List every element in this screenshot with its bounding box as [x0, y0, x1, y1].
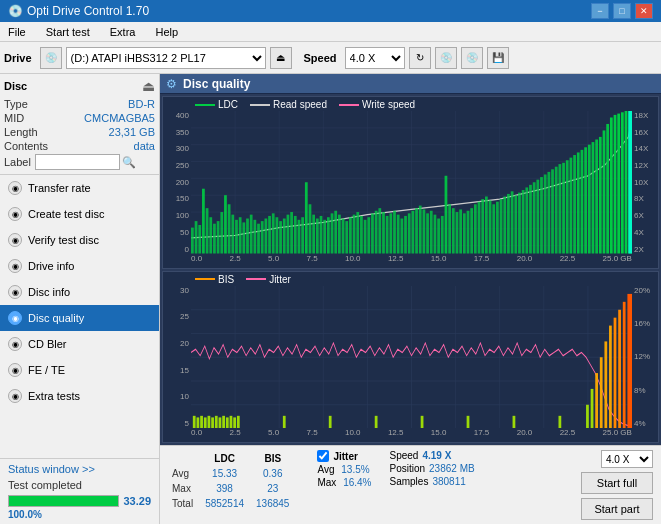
svg-rect-110: [533, 182, 536, 253]
legend-ldc-color: [195, 104, 215, 106]
eject-button[interactable]: ⏏: [270, 47, 292, 69]
legend-ldc-label: LDC: [218, 99, 238, 110]
svg-rect-175: [600, 357, 603, 428]
menu-help[interactable]: Help: [151, 25, 182, 39]
disc-label-key: Label: [4, 156, 31, 168]
svg-rect-118: [562, 163, 565, 254]
disc-mid-value: CMCMAGBA5: [84, 112, 155, 124]
svg-rect-152: [193, 415, 196, 428]
nav-create-test-disc[interactable]: ◉ Create test disc: [0, 201, 159, 227]
svg-rect-107: [522, 190, 525, 253]
svg-rect-80: [423, 209, 426, 253]
menu-file[interactable]: File: [4, 25, 30, 39]
y-r-12p: 12%: [632, 352, 650, 361]
svg-rect-158: [215, 415, 218, 428]
nav-cd-bler[interactable]: ◉ CD Bler: [0, 331, 159, 357]
disc-button1[interactable]: 💿: [435, 47, 457, 69]
svg-rect-63: [360, 216, 363, 254]
svg-rect-20: [202, 189, 205, 254]
maximize-button[interactable]: □: [613, 3, 631, 19]
progress-bar-inner: [9, 496, 118, 506]
jitter-checkbox[interactable]: [317, 450, 329, 462]
legend-bis: BIS: [195, 274, 234, 285]
disc-label-icon[interactable]: 🔍: [122, 156, 136, 169]
svg-rect-134: [621, 112, 624, 253]
col-bis: BIS: [254, 452, 297, 465]
disc-label-input[interactable]: [35, 154, 120, 170]
svg-rect-60: [349, 217, 352, 253]
disc-label-row: Label 🔍: [4, 154, 155, 170]
svg-rect-44: [290, 212, 293, 253]
speed-value: 4.19 X: [422, 450, 451, 461]
legend-read-speed-label: Read speed: [273, 99, 327, 110]
svg-rect-154: [200, 415, 203, 428]
svg-rect-85: [441, 216, 444, 254]
avg-bis: 0.36: [254, 467, 297, 480]
svg-rect-112: [540, 177, 543, 253]
nav-disc-quality[interactable]: ◉ Disc quality: [0, 305, 159, 331]
svg-rect-50: [312, 215, 315, 254]
menu-start-test[interactable]: Start test: [42, 25, 94, 39]
status-section: Status window >> Test completed 33.29 10…: [0, 458, 159, 524]
svg-rect-179: [618, 309, 621, 428]
speed-row: Speed 4.19 X: [389, 450, 474, 461]
svg-rect-39: [272, 213, 275, 253]
avg-ldc: 15.33: [203, 467, 252, 480]
svg-rect-126: [592, 142, 595, 253]
minimize-button[interactable]: −: [591, 3, 609, 19]
svg-rect-160: [222, 415, 225, 428]
start-part-button[interactable]: Start part: [581, 498, 653, 520]
status-window-button[interactable]: Status window >>: [8, 463, 151, 475]
row-total-label: Total: [170, 497, 201, 510]
nav-transfer-rate[interactable]: ◉ Transfer rate: [0, 175, 159, 201]
progress-bar-outer: [8, 495, 119, 507]
test-speed-select[interactable]: 4.0 X: [601, 450, 653, 468]
svg-rect-18: [195, 221, 198, 253]
disc-eject-icon[interactable]: ⏏: [142, 78, 155, 94]
bx-20: 20.0: [517, 428, 533, 442]
bx-25: 25.0 GB: [603, 428, 632, 442]
svg-rect-108: [525, 187, 528, 253]
total-bis: 136845: [254, 497, 297, 510]
disc-length-row: Length 23,31 GB: [4, 126, 155, 138]
svg-rect-106: [518, 193, 521, 254]
refresh-button[interactable]: ↻: [409, 47, 431, 69]
start-full-button[interactable]: Start full: [581, 472, 653, 494]
save-button[interactable]: 💾: [487, 47, 509, 69]
legend-jitter-color: [246, 278, 266, 280]
drive-label: Drive: [4, 52, 32, 64]
legend-jitter-label: Jitter: [269, 274, 291, 285]
top-chart: LDC Read speed Write speed 400 350 300 2…: [162, 96, 659, 269]
nav-drive-info[interactable]: ◉ Drive info: [0, 253, 159, 279]
jitter-label: Jitter: [333, 451, 357, 462]
y-label-50: 50: [180, 228, 191, 237]
disc-type-value: BD-R: [128, 98, 155, 110]
svg-rect-95: [478, 202, 481, 254]
progress-row: Test completed: [8, 479, 151, 491]
bx-15: 15.0: [431, 428, 447, 442]
action-section: 4.0 X Start full Start part: [581, 450, 653, 520]
svg-rect-34: [253, 220, 256, 254]
x-20: 20.0: [517, 254, 533, 268]
stats-area: LDC BIS Avg 15.33 0.36 Max 398 23 Total …: [160, 445, 661, 524]
svg-rect-116: [555, 167, 558, 254]
svg-rect-71: [389, 213, 392, 253]
drive-select[interactable]: (D:) ATAPI iHBS312 2 PL17: [66, 47, 266, 69]
bottom-y-axis-left: 30 25 20 15 10 5: [163, 286, 191, 429]
nav-verify-test-disc[interactable]: ◉ Verify test disc: [0, 227, 159, 253]
nav-fe-te[interactable]: ◉ FE / TE: [0, 357, 159, 383]
nav-disc-info[interactable]: ◉ Disc info: [0, 279, 159, 305]
disc-button2[interactable]: 💿: [461, 47, 483, 69]
nav-extra-tests[interactable]: ◉ Extra tests: [0, 383, 159, 409]
content-area: ⚙ Disc quality LDC Read speed Write spee…: [160, 74, 661, 524]
svg-rect-69: [382, 212, 385, 253]
jitter-avg-value: 13.5%: [341, 464, 369, 475]
top-y-axis-right: 18X 16X 14X 12X 10X 8X 6X 4X 2X: [632, 111, 658, 254]
close-button[interactable]: ✕: [635, 3, 653, 19]
svg-rect-97: [485, 197, 488, 254]
speed-select[interactable]: 4.0 X: [345, 47, 405, 69]
menu-extra[interactable]: Extra: [106, 25, 140, 39]
total-ldc: 5852514: [203, 497, 252, 510]
svg-rect-165: [283, 415, 286, 428]
speed-label: Speed: [304, 52, 337, 64]
